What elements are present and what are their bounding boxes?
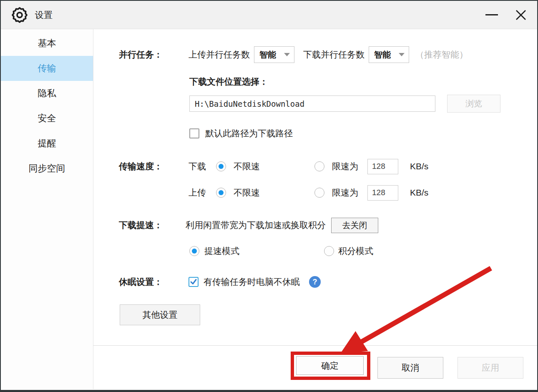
gear-icon xyxy=(11,6,28,24)
download-location-label: 下载文件位置选择： xyxy=(189,77,268,86)
boost-toggle-button[interactable]: 去关闭 xyxy=(331,218,378,233)
footer-divider xyxy=(93,345,537,346)
chevron-down-icon xyxy=(284,53,290,56)
help-icon[interactable]: ? xyxy=(309,276,321,288)
no-sleep-checkbox-label: 有传输任务时电脑不休眠 xyxy=(204,276,300,288)
sidebar-item-security[interactable]: 安全 xyxy=(1,106,93,131)
speed-mode-label: 提速模式 xyxy=(204,245,239,257)
browse-button[interactable]: 浏览 xyxy=(447,95,500,113)
upload-parallel-value: 智能 xyxy=(259,49,276,60)
page-title: 设置 xyxy=(35,9,53,21)
sidebar-item-reminder[interactable]: 提醒 xyxy=(1,131,93,156)
upload-speed-name: 上传 xyxy=(189,187,206,199)
download-boost-label: 下载提速： xyxy=(119,219,163,231)
default-path-checkbox-label: 默认此路径为下载路径 xyxy=(205,128,293,139)
upload-limit-input[interactable] xyxy=(367,185,398,201)
checkmark-icon xyxy=(190,278,197,286)
download-limit-label: 限速为 xyxy=(332,161,358,172)
ok-button[interactable]: 确定 xyxy=(296,356,364,375)
minimize-button[interactable] xyxy=(483,6,500,24)
download-limit-unit: KB/s xyxy=(410,161,428,171)
settings-dialog: 设置 基本 传输 隐私 安全 提醒 同步空间 并行任务： xyxy=(0,0,538,392)
transfer-settings-panel: 并行任务： 上传并行任务数 智能 下载并行任务数 智能 （推荐智能） 下载文件位… xyxy=(93,29,537,389)
download-parallel-dropdown[interactable]: 智能 xyxy=(369,46,409,63)
upload-parallel-label: 上传并行任务数 xyxy=(189,49,250,60)
cancel-button[interactable]: 取消 xyxy=(377,357,443,379)
other-settings-button[interactable]: 其他设置 xyxy=(120,304,200,325)
credit-mode-label: 积分模式 xyxy=(338,245,373,257)
sidebar-item-basic[interactable]: 基本 xyxy=(1,31,93,56)
minimize-icon xyxy=(485,14,498,15)
chevron-down-icon xyxy=(399,53,405,56)
sidebar-item-transfer[interactable]: 传输 xyxy=(1,56,93,81)
transfer-speed-label: 传输速度： xyxy=(119,161,163,172)
download-unlimited-radio[interactable] xyxy=(216,161,226,171)
title-bar: 设置 xyxy=(1,1,537,29)
sidebar-item-privacy[interactable]: 隐私 xyxy=(1,81,93,106)
close-icon xyxy=(515,9,527,21)
speed-mode-radio[interactable] xyxy=(189,246,199,256)
upload-limited-radio[interactable] xyxy=(314,188,324,198)
upload-unlimited-radio[interactable] xyxy=(216,188,226,198)
download-limited-radio[interactable] xyxy=(314,161,324,171)
upload-parallel-dropdown[interactable]: 智能 xyxy=(254,46,294,63)
download-path-input[interactable] xyxy=(189,95,435,112)
download-speed-name: 下载 xyxy=(189,161,206,172)
download-unlimited-label: 不限速 xyxy=(234,161,260,172)
parallel-hint: （推荐智能） xyxy=(415,49,468,60)
apply-button[interactable]: 应用 xyxy=(458,357,523,379)
upload-limit-unit: KB/s xyxy=(410,188,428,198)
settings-sidebar: 基本 传输 隐私 安全 提醒 同步空间 xyxy=(1,29,93,389)
default-path-checkbox[interactable] xyxy=(189,128,199,138)
upload-unlimited-label: 不限速 xyxy=(234,187,260,199)
credit-mode-radio[interactable] xyxy=(324,246,334,256)
close-button[interactable] xyxy=(512,6,530,24)
boost-description: 利用闲置带宽为下载加速或换取积分 xyxy=(186,219,326,231)
upload-limit-label: 限速为 xyxy=(332,187,358,199)
download-parallel-label: 下载并行任务数 xyxy=(303,49,365,60)
sidebar-item-sync-space[interactable]: 同步空间 xyxy=(1,156,93,181)
download-parallel-value: 智能 xyxy=(374,49,391,60)
download-limit-input[interactable] xyxy=(367,159,398,174)
parallel-tasks-label: 并行任务： xyxy=(119,49,163,60)
sleep-settings-label: 休眠设置： xyxy=(119,276,163,288)
no-sleep-checkbox[interactable] xyxy=(189,277,199,287)
